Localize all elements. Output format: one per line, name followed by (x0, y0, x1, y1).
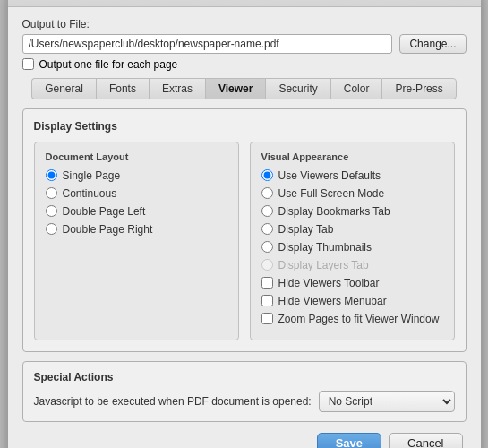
special-actions-title: Special Actions (34, 371, 455, 383)
display-layers-label: Display Layers Tab (278, 259, 369, 271)
js-row: Javascript to be executed when PDF docum… (34, 391, 455, 412)
display-settings-title: Display Settings (34, 120, 455, 133)
save-button[interactable]: Save (317, 433, 381, 449)
document-layout-title: Document Layout (46, 151, 227, 162)
tab-extras[interactable]: Extras (149, 78, 205, 99)
continuous-label: Continuous (63, 187, 117, 200)
check-hide-toolbar: Hide Viewers Toolbar (261, 277, 443, 289)
output-section: Output to File: Change... Output one fil… (22, 18, 467, 71)
radio-full-screen: Use Full Screen Mode (261, 187, 443, 200)
radio-double-right: Double Page Right (46, 223, 227, 236)
tab-security[interactable]: Security (265, 78, 330, 99)
radio-display-thumbnails: Display Thumbnails (261, 241, 443, 254)
tab-viewer[interactable]: Viewer (205, 78, 265, 99)
one-file-row: Output one file for each page (22, 58, 467, 71)
radio-display-bookmarks: Display Bookmarks Tab (261, 205, 443, 218)
display-thumbnails-label: Display Thumbnails (278, 241, 372, 254)
radio-display-layers: Display Layers Tab (261, 259, 443, 271)
dialog: Save as PDF Output to File: Change... Ou… (8, 0, 481, 448)
change-button[interactable]: Change... (399, 34, 466, 54)
display-settings-panel: Display Settings Document Layout Single … (22, 108, 467, 352)
dialog-title: Save as PDF (8, 0, 481, 7)
output-row: Change... (22, 34, 467, 54)
double-right-label: Double Page Right (63, 223, 153, 236)
display-tab-label: Display Tab (278, 223, 334, 236)
visual-appearance-box: Visual Appearance Use Viewers Defaults U… (250, 142, 455, 340)
dialog-content: Output to File: Change... Output one fil… (8, 7, 481, 449)
display-bookmarks-label: Display Bookmarks Tab (278, 205, 390, 218)
hide-menubar-label: Hide Viewers Menubar (278, 295, 387, 307)
visual-appearance-title: Visual Appearance (261, 151, 443, 162)
file-path-input[interactable] (22, 34, 393, 54)
bottom-buttons: Save Cancel (22, 433, 467, 449)
radio-continuous: Continuous (46, 187, 227, 200)
check-hide-menubar: Hide Viewers Menubar (261, 295, 443, 307)
document-layout-box: Document Layout Single Page Continuous D… (34, 142, 239, 340)
tab-fonts[interactable]: Fonts (96, 78, 149, 99)
hide-toolbar-label: Hide Viewers Toolbar (278, 277, 380, 289)
tabs-bar: General Fonts Extras Viewer Security Col… (22, 78, 467, 99)
one-file-label: Output one file for each page (39, 58, 178, 71)
two-col-layout: Document Layout Single Page Continuous D… (34, 142, 455, 340)
check-zoom-pages: Zoom Pages to fit Viewer Window (261, 313, 443, 325)
radio-display-tab: Display Tab (261, 223, 443, 236)
tab-prepress[interactable]: Pre-Press (381, 78, 456, 99)
tab-color[interactable]: Color (330, 78, 382, 99)
full-screen-label: Use Full Screen Mode (278, 187, 385, 200)
radio-single-page: Single Page (46, 169, 227, 182)
one-file-checkbox[interactable] (22, 58, 34, 70)
cancel-button[interactable]: Cancel (389, 433, 462, 449)
tab-general[interactable]: General (31, 78, 96, 99)
radio-double-left: Double Page Left (46, 205, 227, 218)
zoom-pages-label: Zoom Pages to fit Viewer Window (278, 313, 440, 325)
double-left-label: Double Page Left (63, 205, 146, 218)
radio-viewers-defaults: Use Viewers Defaults (261, 169, 443, 182)
single-page-label: Single Page (63, 169, 121, 182)
script-select[interactable]: No Script (319, 391, 455, 412)
viewers-defaults-label: Use Viewers Defaults (278, 169, 381, 182)
special-actions-section: Special Actions Javascript to be execute… (22, 361, 467, 422)
output-label: Output to File: (22, 18, 467, 30)
js-label: Javascript to be executed when PDF docum… (34, 395, 312, 408)
